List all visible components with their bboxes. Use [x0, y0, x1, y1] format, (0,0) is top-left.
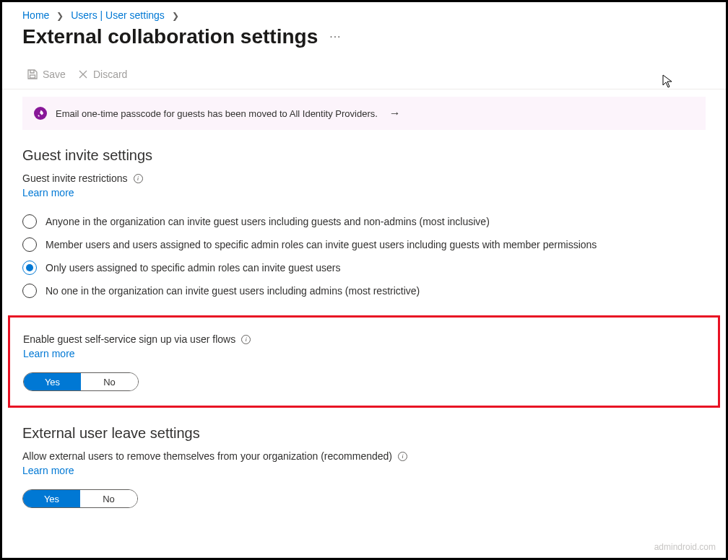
toggle-yes[interactable]: Yes — [24, 373, 81, 390]
discard-label: Discard — [93, 69, 127, 80]
toolbar: Save Discard — [2, 61, 726, 89]
external-leave-label: Allow external users to remove themselve… — [22, 450, 392, 462]
radio-option-2[interactable]: Only users assigned to specific admin ro… — [22, 256, 706, 279]
chevron-right-icon: ❯ — [172, 11, 179, 21]
radio-label: Member users and users assigned to speci… — [46, 239, 597, 250]
toggle-no[interactable]: No — [81, 373, 138, 390]
rocket-icon — [34, 107, 47, 120]
breadcrumb-users[interactable]: Users | User settings — [71, 9, 165, 21]
info-icon[interactable]: i — [241, 335, 251, 344]
info-icon[interactable]: i — [398, 452, 407, 461]
radio-option-0[interactable]: Anyone in the organization can invite gu… — [22, 210, 706, 233]
info-icon[interactable]: i — [134, 174, 143, 183]
radio-label: Anyone in the organization can invite gu… — [46, 216, 490, 227]
learn-more-link[interactable]: Learn more — [22, 465, 74, 476]
watermark: admindroid.com — [654, 542, 716, 552]
radio-option-3[interactable]: No one in the organization can invite gu… — [22, 279, 706, 302]
close-icon — [77, 69, 89, 80]
learn-more-link[interactable]: Learn more — [22, 187, 74, 198]
radio-icon — [22, 284, 37, 298]
info-banner: Email one-time passcode for guests has b… — [22, 97, 706, 130]
section-title-guest-invite: Guest invite settings — [22, 147, 706, 164]
discard-button[interactable]: Discard — [77, 69, 127, 80]
svg-rect-0 — [30, 75, 35, 78]
learn-more-link[interactable]: Learn more — [23, 348, 75, 359]
save-label: Save — [43, 69, 66, 80]
toggle-no[interactable]: No — [80, 490, 137, 507]
guest-invite-restrictions-label: Guest invite restrictions — [22, 172, 128, 184]
breadcrumb-home[interactable]: Home — [22, 9, 49, 21]
radio-option-1[interactable]: Member users and users assigned to speci… — [22, 233, 706, 256]
radio-icon — [22, 261, 37, 275]
radio-icon — [22, 237, 37, 252]
banner-text: Email one-time passcode for guests has b… — [56, 108, 378, 119]
save-icon — [27, 69, 38, 80]
radio-icon — [22, 214, 37, 229]
self-service-toggle[interactable]: Yes No — [23, 372, 139, 391]
radio-label: Only users assigned to specific admin ro… — [46, 262, 341, 274]
more-button[interactable]: ··· — [329, 30, 341, 43]
external-leave-toggle[interactable]: Yes No — [22, 489, 138, 508]
radio-label: No one in the organization can invite gu… — [46, 285, 420, 297]
breadcrumb: Home ❯ Users | User settings ❯ — [2, 2, 726, 25]
highlight-box-self-service: Enable guest self-service sign up via us… — [8, 315, 720, 408]
arrow-right-icon[interactable]: → — [389, 107, 401, 120]
save-button[interactable]: Save — [27, 69, 66, 80]
section-title-external-leave: External user leave settings — [22, 425, 706, 442]
toggle-yes[interactable]: Yes — [23, 490, 80, 507]
guest-invite-radio-group: Anyone in the organization can invite gu… — [22, 210, 706, 302]
chevron-right-icon: ❯ — [56, 11, 64, 21]
page-title: External collaboration settings — [22, 25, 318, 48]
self-service-label: Enable guest self-service sign up via us… — [23, 333, 235, 345]
